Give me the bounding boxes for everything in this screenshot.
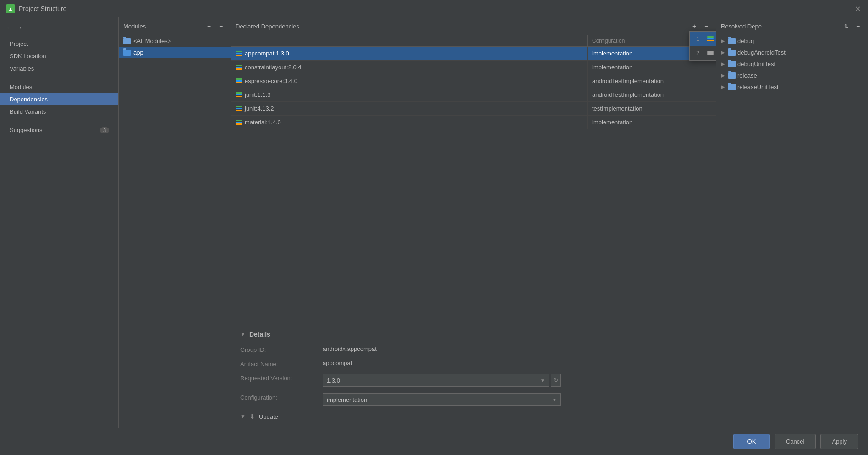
dep-row-3[interactable]: junit:1.1.3 androidTestImplementation xyxy=(231,88,716,102)
module-all-label: <All Modules> xyxy=(133,38,171,44)
deps-table-header: Configuration xyxy=(231,35,716,47)
dep-row-0[interactable]: appcompat:1.3.0 implementation xyxy=(231,47,716,61)
dep-name-1: constraintlayout:2.0.4 xyxy=(231,61,588,74)
refresh-icon: ↻ xyxy=(554,377,558,383)
update-section[interactable]: ▼ ⬇ Update xyxy=(240,412,707,421)
forward-button[interactable]: → xyxy=(16,24,22,31)
project-structure-dialog: ▲ Project Structure ✕ ← → Project SDK Lo… xyxy=(0,0,868,455)
config-label: Configuration: xyxy=(240,393,313,406)
dep-config-1: implementation xyxy=(588,61,716,74)
resolved-item-release[interactable]: ▶ release xyxy=(716,70,868,81)
resolved-item-releaseunittest[interactable]: ▶ releaseUnitTest xyxy=(716,81,868,93)
deps-col-name xyxy=(231,35,588,46)
resolved-release-label: release xyxy=(737,72,757,79)
update-collapse-icon: ▼ xyxy=(240,413,246,420)
dep-icon-4 xyxy=(236,106,242,111)
modules-remove-button[interactable]: − xyxy=(216,21,226,31)
resolved-panel: Resolved Depe... ⇅ − ▶ debug ▶ xyxy=(716,17,868,428)
version-input-row: 1.3.0 ▼ ↻ xyxy=(323,374,561,387)
sidebar-item-suggestions[interactable]: Suggestions 3 xyxy=(0,124,118,136)
version-dropdown[interactable]: 1.3.0 ▼ xyxy=(323,374,549,387)
details-header[interactable]: ▼ Details xyxy=(240,331,707,338)
close-button[interactable]: ✕ xyxy=(853,4,862,13)
menu-item-jar-icon xyxy=(707,51,714,55)
update-label: Update xyxy=(259,413,278,420)
resolved-expand-button[interactable]: ⇅ xyxy=(841,21,851,31)
modules-panel: Modules + − <All Modules> app xyxy=(119,17,231,428)
resolved-debug-label: debug xyxy=(737,38,754,44)
content-area: ← → Project SDK Location Variables Modul… xyxy=(0,17,868,428)
sidebar-divider-1 xyxy=(0,78,118,78)
resolved-item-debugunittest[interactable]: ▶ debugUnitTest xyxy=(716,58,868,70)
sidebar-item-buildvariants[interactable]: Build Variants xyxy=(0,105,118,118)
menu-item-jar[interactable]: 2 JAR/AAR Dependency xyxy=(690,46,716,60)
dep-row-1[interactable]: constraintlayout:2.0.4 implementation xyxy=(231,61,716,74)
resolved-minus-button[interactable]: − xyxy=(853,21,863,31)
cancel-button[interactable]: Cancel xyxy=(775,434,816,449)
nav-arrows: ← → xyxy=(0,21,118,34)
sidebar-item-sdk[interactable]: SDK Location xyxy=(0,50,118,62)
sidebar-item-dependencies[interactable]: Dependencies xyxy=(0,93,118,105)
footer: OK Cancel Apply xyxy=(0,428,868,455)
folder-debug xyxy=(728,38,736,44)
modules-add-button[interactable]: + xyxy=(204,21,214,31)
modules-list: <All Modules> app xyxy=(119,35,231,428)
sidebar: ← → Project SDK Location Variables Modul… xyxy=(0,17,119,428)
dep-icon-0 xyxy=(236,51,242,56)
sidebar-divider-2 xyxy=(0,121,118,121)
update-icon: ⬇ xyxy=(249,412,255,421)
back-button[interactable]: ← xyxy=(6,24,12,31)
dep-row-2[interactable]: espresso-core:3.4.0 androidTestImplement… xyxy=(231,74,716,88)
config-dropdown[interactable]: implementation ▼ xyxy=(323,393,561,406)
artifact-value: appcompat xyxy=(323,360,561,367)
suggestions-badge: 3 xyxy=(100,127,109,133)
menu-item-library-icon xyxy=(707,36,714,41)
chevron-release: ▶ xyxy=(721,72,726,78)
dep-config-5: implementation xyxy=(588,116,716,129)
resolved-actions: ⇅ − xyxy=(841,21,863,31)
group-id-value: androidx.appcompat xyxy=(323,345,561,353)
dep-config-4: testImplementation xyxy=(588,102,716,115)
resolved-debugunittest-label: debugUnitTest xyxy=(737,61,775,67)
dep-name-2: espresso-core:3.4.0 xyxy=(231,74,588,88)
deps-panel-actions: + 1 xyxy=(689,21,711,31)
resolved-item-debugandroidtest[interactable]: ▶ debugAndroidTest xyxy=(716,47,868,58)
menu-item-2-num: 2 xyxy=(696,50,703,56)
deps-panel-title: Declared Dependencies xyxy=(236,23,299,30)
sidebar-item-variables[interactable]: Variables xyxy=(0,62,118,75)
resolved-item-debug[interactable]: ▶ debug xyxy=(716,35,868,47)
resolved-releaseunittest-label: releaseUnitTest xyxy=(737,83,779,90)
config-dropdown-arrow: ▼ xyxy=(552,397,557,402)
dep-config-3: androidTestImplementation xyxy=(588,88,716,101)
title-bar: ▲ Project Structure ✕ xyxy=(0,0,868,17)
deps-remove-button[interactable]: − xyxy=(701,21,711,31)
version-refresh-button[interactable]: ↻ xyxy=(551,374,561,387)
chevron-debugandroidtest: ▶ xyxy=(721,50,726,55)
resolved-list: ▶ debug ▶ debugAndroidTest ▶ debugUnitTe… xyxy=(716,35,868,428)
sidebar-item-modules[interactable]: Modules xyxy=(0,81,118,93)
menu-item-1-num: 1 xyxy=(696,35,703,42)
chevron-debugunittest: ▶ xyxy=(721,61,726,67)
chevron-debug: ▶ xyxy=(721,38,726,44)
deps-panel-header: Declared Dependencies + 1 xyxy=(231,17,716,35)
dep-row-4[interactable]: junit:4.13.2 testImplementation xyxy=(231,102,716,116)
deps-add-button[interactable]: + xyxy=(689,21,699,31)
sidebar-nav: ← → xyxy=(0,17,118,38)
resolved-title: Resolved Depe... xyxy=(721,23,767,30)
dep-icon-5 xyxy=(236,120,242,125)
dep-row-5[interactable]: material:1.4.0 implementation xyxy=(231,116,716,129)
modules-panel-title: Modules xyxy=(123,23,146,30)
group-id-label: Group ID: xyxy=(240,345,313,353)
module-app[interactable]: app xyxy=(119,47,231,58)
module-all[interactable]: <All Modules> xyxy=(119,35,231,47)
menu-item-library[interactable]: 1 Library Dependency xyxy=(690,32,716,46)
ok-button[interactable]: OK xyxy=(733,434,770,449)
main-panels: Modules + − <All Modules> app xyxy=(119,17,868,428)
apply-button[interactable]: Apply xyxy=(820,434,858,449)
folder-release xyxy=(728,72,736,79)
version-dropdown-arrow: ▼ xyxy=(540,378,545,383)
details-title: Details xyxy=(249,331,270,338)
sidebar-item-project[interactable]: Project xyxy=(0,38,118,50)
folder-icon-app xyxy=(123,50,131,56)
deps-table: Configuration appcompat:1.3.0 xyxy=(231,35,716,323)
